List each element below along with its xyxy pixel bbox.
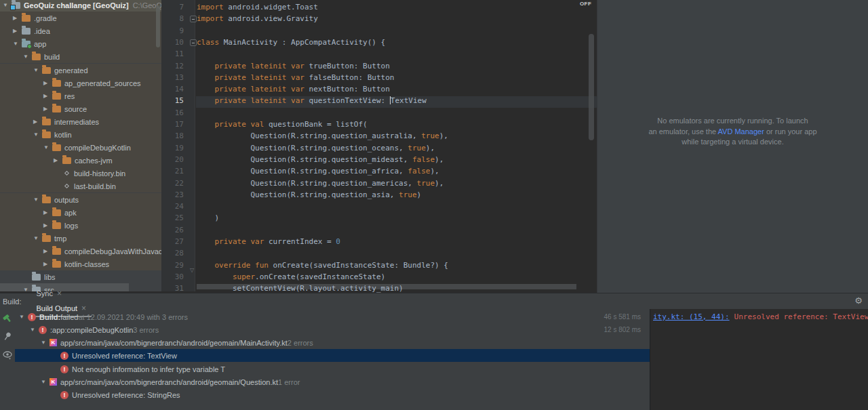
tree-item-generated[interactable]: generated: [0, 64, 161, 77]
chevron-down-icon[interactable]: [13, 41, 22, 47]
chevron-down-icon[interactable]: [43, 144, 52, 150]
tree-item-label: kotlin-classes: [64, 260, 109, 268]
code-line-12[interactable]: private lateinit var trueButton: Button: [197, 62, 390, 70]
chevron-right-icon[interactable]: [43, 248, 52, 254]
code-line-31[interactable]: setContentView(R.layout.activity_main): [197, 284, 403, 293]
code-line-10[interactable]: class MainActivity : AppCompatActivity()…: [197, 38, 385, 47]
code-line-8[interactable]: import android.view.Gravity: [197, 14, 318, 23]
tree-item-label: source: [64, 105, 87, 113]
line-number: 28: [175, 249, 184, 258]
code-line-14[interactable]: private lateinit var nextButton: Button: [197, 85, 390, 94]
tree-item-res[interactable]: res: [0, 89, 161, 102]
chevron-right-icon[interactable]: [33, 119, 42, 125]
code-line-29[interactable]: override fun onCreate(savedInstanceState…: [197, 261, 448, 270]
chevron-down-icon[interactable]: [33, 131, 42, 138]
tree-item-ap-generated-sources[interactable]: ap_generated_sources: [0, 77, 161, 89]
code-line-17[interactable]: private val questionBank = listOf(: [197, 120, 368, 129]
chevron-down-icon[interactable]: [33, 197, 42, 203]
build-row-app-src-main-java-com-bignerdranch-andro[interactable]: app/src/main/java/com/bignerdranch/andro…: [15, 375, 650, 388]
build-row-app-src-main-java-com-bignerdranch-andro[interactable]: app/src/main/java/com/bignerdranch/andro…: [15, 336, 650, 349]
build-output-console[interactable]: ity.kt: (15, 44):Unresolved reference: T…: [650, 309, 868, 410]
tree-scrollbar-thumb[interactable]: [156, 5, 160, 47]
tree-item-kotlin-classes[interactable]: kotlin-classes: [0, 258, 161, 270]
tree-item-label: kotlin: [54, 131, 72, 139]
chevron-down-icon[interactable]: [23, 54, 32, 60]
project-tree-panel[interactable]: GeoQuiz challange [GeoQuiz]C:\GeoQuiz d.…: [0, 0, 161, 291]
tree-item-build[interactable]: build: [0, 50, 161, 63]
pin-icon[interactable]: [0, 329, 15, 344]
chevron-right-icon[interactable]: [13, 15, 22, 21]
tree-item-logs[interactable]: logs: [0, 219, 161, 232]
code-line-7[interactable]: import android.widget.Toast: [197, 3, 318, 12]
tree-item-source[interactable]: source: [0, 102, 161, 115]
tree-item-app[interactable]: app: [0, 37, 161, 50]
avd-manager-link[interactable]: AVD Manager: [718, 127, 764, 136]
close-icon[interactable]: [57, 289, 62, 298]
code-line-21[interactable]: Question(R.string.question_africa, false…: [197, 167, 439, 176]
chevron-right-icon[interactable]: [43, 209, 52, 216]
fold-marker-icon[interactable]: [190, 16, 197, 22]
chevron-down-icon[interactable]: [33, 235, 42, 241]
code-line-27[interactable]: private var currentIndex = 0: [197, 237, 340, 246]
editor-vertical-scrollbar[interactable]: [589, 34, 594, 140]
tree-item-tmp[interactable]: tmp: [0, 232, 161, 245]
build-output-tree: Build: failed at 12.09.2021 20:49 with 3…: [15, 309, 650, 410]
chevron-right-icon[interactable]: [43, 106, 52, 112]
code-line-15[interactable]: private lateinit var questionTextView: T…: [197, 96, 427, 105]
tab-sync[interactable]: Sync: [31, 286, 92, 302]
chevron-down-icon[interactable]: [33, 67, 42, 73]
tree-item-label: app: [34, 40, 46, 48]
tree-item-last-build-bin[interactable]: last-build.bin: [0, 180, 161, 192]
tree-item-label: intermediates: [54, 118, 99, 126]
chevron-down-icon[interactable]: [30, 327, 39, 333]
gear-icon[interactable]: [854, 295, 863, 306]
tree-item-compiledebugjavawithjavac[interactable]: compileDebugJavaWithJavac: [0, 245, 161, 258]
code-line-19[interactable]: Question(R.string.question_oceans, true)…: [197, 144, 435, 152]
tree-item-apk[interactable]: apk: [0, 206, 161, 219]
code-line-25[interactable]: ): [197, 213, 219, 222]
chevron-down-icon[interactable]: [19, 314, 28, 320]
tree-item-caches-jvm[interactable]: caches-jvm: [0, 154, 161, 167]
chevron-right-icon[interactable]: [54, 157, 62, 163]
tree-item-compiledebugkotlin[interactable]: compileDebugKotlin: [0, 141, 161, 154]
tree-item-label: last-build.bin: [74, 182, 116, 190]
chevron-down-icon[interactable]: [41, 340, 50, 346]
build-row-app-compiledebugkotlin[interactable]: :app:compileDebugKotlin 3 errors12 s 802…: [15, 323, 650, 336]
tree-item-libs[interactable]: libs: [0, 270, 161, 283]
message-line-1: No emulators are currently running. To l…: [597, 116, 868, 127]
folder-icon: [42, 67, 51, 74]
code-line-20[interactable]: Question(R.string.question_mideast, fals…: [197, 155, 443, 164]
build-row-not-enough-information-to-infer-type-var[interactable]: Not enough information to infer type var…: [15, 363, 650, 375]
tree-item-kotlin[interactable]: kotlin: [0, 128, 161, 141]
chevron-down-icon[interactable]: [41, 379, 50, 385]
code-line-22[interactable]: Question(R.string.question_americas, tru…: [197, 179, 443, 188]
code-line-18[interactable]: Question(R.string.question_australia, tr…: [197, 131, 448, 140]
chevron-right-icon[interactable]: [13, 28, 22, 34]
chevron-right-icon[interactable]: [43, 80, 52, 86]
code-line-13[interactable]: private lateinit var falseButton: Button: [197, 73, 394, 82]
tree-item-gradle[interactable]: .gradle: [0, 12, 161, 24]
tree-item-intermediates[interactable]: intermediates: [0, 115, 161, 128]
kotlin-file-icon: [50, 339, 57, 346]
chevron-right-icon[interactable]: [43, 222, 52, 228]
inspections-eye-icon[interactable]: [2, 350, 13, 361]
fold-marker-icon[interactable]: [190, 39, 197, 46]
code-line-23[interactable]: Question(R.string.question_asia, true): [197, 190, 421, 199]
tree-item-outputs[interactable]: outputs: [0, 193, 161, 206]
build-row-unresolved-reference-textview[interactable]: Unresolved reference: TextView: [15, 349, 650, 362]
code-editor[interactable]: 7891011121314151617181920212223242526272…: [161, 0, 597, 291]
chevron-right-icon[interactable]: [43, 261, 52, 267]
rebuild-hammer-icon[interactable]: [0, 311, 15, 326]
tree-item-label: logs: [64, 222, 78, 230]
code-line-30[interactable]: super.onCreate(savedInstanceState): [197, 272, 385, 281]
fold-marker-icon[interactable]: [190, 262, 197, 269]
tree-item-build-history-bin[interactable]: build-history.bin: [0, 167, 161, 180]
tree-item-idea[interactable]: .idea: [0, 24, 161, 37]
build-row-build[interactable]: Build: failed at 12.09.2021 20:49 with 3…: [15, 310, 650, 323]
build-row-unresolved-reference-stringres[interactable]: Unresolved reference: StringRes: [15, 388, 650, 401]
tree-item-geoquiz-challange-geoquiz[interactable]: GeoQuiz challange [GeoQuiz]C:\GeoQuiz d: [0, 0, 161, 12]
chevron-right-icon[interactable]: [43, 93, 52, 99]
error-location-link[interactable]: ity.kt: (15, 44):: [653, 312, 730, 321]
folder-icon: [42, 235, 51, 242]
editor-gutter[interactable]: 7891011121314151617181920212223242526272…: [161, 0, 195, 291]
